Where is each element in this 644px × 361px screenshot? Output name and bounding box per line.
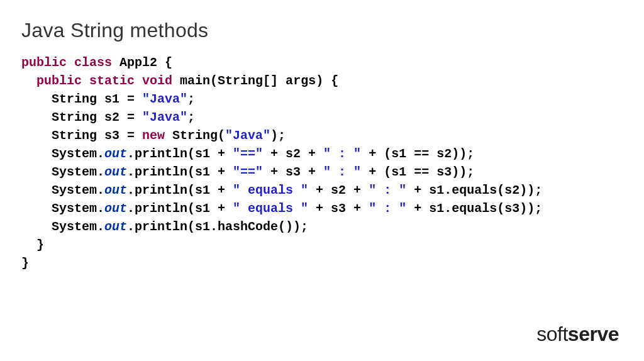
- sys2: System.: [21, 165, 104, 179]
- s3-decl-c: ): [270, 128, 278, 143]
- str-equals2: " equals ": [233, 201, 308, 216]
- s3-decl-b: String(: [165, 128, 225, 143]
- s2-decl: String s2 =: [21, 110, 142, 125]
- logo-serve: serve: [568, 323, 619, 345]
- s1-decl: String s1 =: [21, 92, 142, 106]
- println2: .println(s1 +: [127, 165, 233, 179]
- close-outer: }: [21, 256, 29, 270]
- mid3: + s2 +: [308, 183, 369, 197]
- kw-void: void: [142, 74, 172, 88]
- mid1: + s2 +: [263, 147, 323, 161]
- out2: out: [104, 165, 127, 179]
- sys4: System.: [21, 201, 104, 216]
- sys3: System.: [21, 183, 104, 197]
- out1: out: [104, 147, 127, 161]
- kw-new: new: [142, 128, 165, 143]
- sys1: System.: [21, 147, 104, 161]
- println1: .println(s1 +: [127, 147, 233, 161]
- kw-public2: public: [36, 74, 82, 88]
- tail4: + s1.equals(s3)): [406, 201, 535, 216]
- str-eqeq1: "==": [233, 147, 263, 161]
- str-colon1: " : ": [323, 147, 361, 161]
- str-java1: "Java": [142, 92, 187, 106]
- str-eqeq2: "==": [233, 165, 263, 179]
- logo-soft: soft: [536, 323, 568, 345]
- str-equals1: " equals ": [233, 183, 308, 197]
- out3: out: [104, 183, 127, 197]
- str-java3: "Java": [225, 128, 270, 143]
- println-hash: .println(s1.hashCode()): [127, 219, 301, 234]
- sys5: System.: [21, 219, 104, 234]
- mid4: + s3 +: [308, 201, 369, 216]
- str-colon3: " : ": [369, 183, 406, 197]
- slide-title: Java String methods: [0, 0, 644, 42]
- code-block: public class Appl2 { public static void …: [0, 42, 644, 272]
- tail2: + (s1 == s3)): [361, 165, 467, 179]
- close-inner: }: [21, 238, 44, 252]
- mid2: + s3 +: [263, 165, 323, 179]
- tail3: + s1.equals(s2)): [406, 183, 535, 197]
- kw-static: static: [89, 74, 135, 88]
- class-name: Appl2 {: [112, 55, 172, 70]
- kw-public: public: [21, 55, 67, 70]
- logo: softserve: [536, 323, 619, 346]
- str-java2: "Java": [142, 110, 187, 125]
- tail1: + (s1 == s2)): [361, 147, 467, 161]
- kw-class: class: [74, 55, 112, 70]
- s3-decl-a: String s3 =: [21, 128, 142, 143]
- out5: out: [104, 219, 127, 234]
- println3: .println(s1 +: [127, 183, 233, 197]
- println4: .println(s1 +: [127, 201, 233, 216]
- main-sig: main(String[] args) {: [172, 74, 338, 88]
- out4: out: [104, 201, 127, 216]
- str-colon4: " : ": [369, 201, 406, 216]
- str-colon2: " : ": [323, 165, 361, 179]
